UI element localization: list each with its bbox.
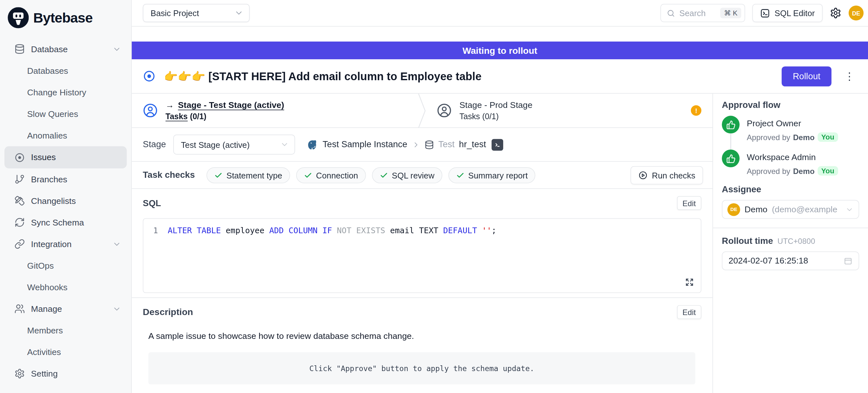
kebab-menu-icon[interactable]: ⋮: [842, 70, 857, 83]
sidebar-item-branches[interactable]: Branches: [0, 169, 131, 190]
assignee-name: Demo: [745, 204, 768, 214]
rollout-button[interactable]: Rollout: [782, 66, 831, 86]
project-select[interactable]: Basic Project: [143, 4, 250, 22]
calendar-icon[interactable]: [843, 256, 852, 266]
description-section: Description Edit A sample issue to showc…: [132, 297, 712, 393]
stage-select-label: Stage: [143, 140, 166, 149]
sql-statement: ALTER TABLE employee ADD COLUMN IF NOT E…: [168, 226, 496, 235]
sidebar-item-members[interactable]: Members: [0, 320, 131, 341]
approver-name: Demo: [793, 167, 814, 176]
rollout-time-input[interactable]: 2024-02-07 16:25:18: [722, 251, 859, 270]
issue-main-column: → Stage - Test Stage (active) Tasks (0/1…: [132, 94, 713, 393]
open-sql-editor-icon[interactable]: [492, 139, 503, 150]
bytebase-logo[interactable]: Bytebase: [0, 0, 131, 34]
sql-edit-button[interactable]: Edit: [677, 196, 702, 210]
warning-icon: !: [691, 105, 702, 116]
database-link[interactable]: hr_test: [459, 140, 486, 149]
sync-icon: [14, 217, 25, 228]
users-icon: [14, 303, 25, 314]
sidebar-item-gitops[interactable]: GitOps: [0, 255, 131, 276]
approved-by-prefix: Approved by: [747, 167, 790, 176]
sidebar-nav: Database Databases Change History Slow Q…: [0, 34, 131, 384]
check-sql-review[interactable]: SQL review: [372, 167, 442, 183]
check-statement-type[interactable]: Statement type: [206, 167, 290, 183]
postgresql-icon: [307, 139, 318, 150]
play-circle-icon: [638, 171, 647, 180]
sidebar-item-issues[interactable]: Issues: [4, 146, 127, 169]
stage-user-icon: [143, 103, 158, 118]
timezone-label: UTC+0800: [778, 237, 815, 245]
check-icon: [456, 171, 464, 179]
database-breadcrumb: Test Sample Instance Test hr_test: [307, 139, 503, 150]
link-icon: [14, 239, 25, 249]
database-icon: [424, 140, 434, 149]
you-badge: You: [817, 166, 838, 176]
sidebar-item-databases[interactable]: Databases: [0, 60, 131, 82]
description-text: A sample issue to showcase how to review…: [148, 331, 702, 341]
approver-name: Demo: [793, 133, 814, 142]
chevron-down-icon: [112, 304, 121, 313]
stage-title: Stage - Test Stage (active): [178, 100, 284, 110]
approval-step: Project Owner Approved by Demo You: [722, 116, 859, 149]
search-icon: [666, 9, 676, 18]
app-viewport: Bytebase Database Databases Change Histo…: [0, 0, 868, 393]
line-number: 1: [143, 226, 168, 235]
sidebar-item-changelists[interactable]: Changelists: [0, 190, 131, 212]
user-avatar[interactable]: DE: [849, 5, 864, 20]
chevron-down-icon: [112, 240, 121, 249]
sidebar-item-manage[interactable]: Manage: [0, 298, 131, 320]
stage-tasks-count: Tasks (0/1): [459, 112, 499, 121]
issue-title-row: 👉👉👉 [START HERE] Add email column to Emp…: [132, 59, 868, 94]
task-checks-label: Task checks: [143, 170, 195, 180]
pencil-ruler-icon: [14, 195, 25, 206]
issue-side-panel: Approval flow Project Owner Appro: [713, 94, 868, 393]
sql-editor[interactable]: 1 ALTER TABLE employee ADD COLUMN IF NOT…: [143, 218, 702, 293]
issue-status-icon: [143, 70, 156, 83]
sidebar-item-integration[interactable]: Integration: [0, 233, 131, 255]
assignee-select[interactable]: DE Demo (demo@example: [722, 200, 859, 219]
check-connection[interactable]: Connection: [296, 167, 366, 183]
stage-selector-row: Stage Test Stage (active) Test Sample In…: [132, 128, 712, 162]
you-badge: You: [817, 132, 838, 142]
sidebar-item-database[interactable]: Database: [0, 38, 131, 60]
task-checks-row: Task checks Statement type Connection SQ…: [132, 162, 712, 189]
search-shortcut-badge: ⌘ K: [720, 8, 741, 18]
search-input[interactable]: [679, 8, 712, 18]
stage-tasks-link[interactable]: Tasks: [165, 112, 188, 121]
rollout-time-label: Rollout time: [722, 236, 773, 246]
sidebar-item-change-history[interactable]: Change History: [0, 82, 131, 103]
chevron-down-icon: [280, 140, 289, 149]
stage-prod-stage[interactable]: Stage - Prod Stage Tasks (0/1): [426, 94, 691, 127]
stage-tasks-count: (0/1): [190, 112, 206, 121]
sidebar-item-activities[interactable]: Activities: [0, 341, 131, 363]
terminal-icon: [760, 8, 770, 18]
sidebar-item-sync-schema[interactable]: Sync Schema: [0, 212, 131, 233]
settings-gear-icon[interactable]: [830, 7, 841, 19]
search-box[interactable]: ⌘ K: [661, 4, 745, 22]
approval-role: Workspace Admin: [747, 152, 838, 162]
expand-icon[interactable]: [685, 277, 694, 287]
sidebar-item-slow-queries[interactable]: Slow Queries: [0, 103, 131, 125]
description-label: Description: [143, 307, 193, 318]
divider: [713, 228, 868, 229]
thumbs-up-icon: [722, 116, 740, 133]
approved-by-prefix: Approved by: [747, 133, 790, 142]
approval-step: Workspace Admin Approved by Demo You: [722, 149, 859, 178]
sql-section: SQL Edit 1 ALTER TABLE employee ADD COLU…: [132, 189, 712, 293]
run-checks-button[interactable]: Run checks: [630, 166, 703, 184]
stage-test-stage[interactable]: → Stage - Test Stage (active) Tasks (0/1…: [132, 94, 418, 127]
git-branch-icon: [14, 174, 25, 185]
sql-editor-button[interactable]: SQL Editor: [752, 4, 823, 22]
stage-select[interactable]: Test Stage (active): [173, 134, 295, 155]
chevron-down-icon: [234, 8, 243, 18]
check-summary-report[interactable]: Summary report: [448, 167, 535, 183]
instance-link[interactable]: Test Sample Instance: [322, 140, 407, 149]
topbar: Basic Project ⌘ K SQL Editor DE: [132, 0, 868, 27]
sidebar-item-setting[interactable]: Setting: [0, 363, 131, 384]
assignee-label: Assignee: [722, 185, 859, 194]
bytebase-logo-icon: [8, 7, 29, 28]
sidebar-item-webhooks[interactable]: Webhooks: [0, 276, 131, 298]
description-edit-button[interactable]: Edit: [677, 305, 702, 319]
sidebar: Bytebase Database Databases Change Histo…: [0, 0, 132, 393]
sidebar-item-anomalies[interactable]: Anomalies: [0, 125, 131, 146]
